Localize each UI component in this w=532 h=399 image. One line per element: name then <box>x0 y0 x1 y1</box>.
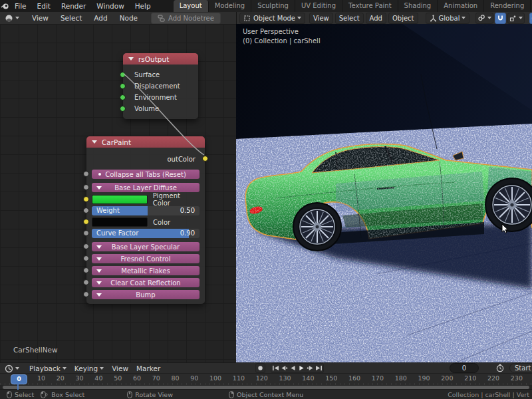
pivot-point-dropdown[interactable] <box>475 13 493 24</box>
socket-bump-tab[interactable] <box>83 291 89 297</box>
tab-rendering[interactable]: Rendering <box>484 0 531 12</box>
node-title: CarPaint <box>102 138 131 146</box>
bump-tab[interactable]: Bump <box>92 290 200 299</box>
frame-tick-labels: 102030 405060 708090 100110120 130140150… <box>37 374 523 382</box>
tab-sculpting[interactable]: Sculpting <box>251 0 295 12</box>
menu-help[interactable]: Help <box>130 0 156 12</box>
socket-collapse[interactable] <box>83 171 89 177</box>
row-base-layer-specular: Base Layer Specular <box>92 242 200 251</box>
metallic-flakes-tab[interactable]: Metallic Flakes <box>92 266 200 275</box>
pigment-color-swatch[interactable] <box>92 195 148 204</box>
tab-shading[interactable]: Shading <box>398 0 438 12</box>
editor-type-dropdown[interactable] <box>3 13 21 23</box>
radio-dot-icon <box>98 173 101 176</box>
socket-surface[interactable] <box>120 72 126 78</box>
menu-view[interactable]: View <box>28 13 53 23</box>
menu-select[interactable]: Select <box>57 13 86 23</box>
curve-factor-slider[interactable]: Curve Factor 0.90 <box>92 229 200 238</box>
playhead[interactable]: 0 <box>11 374 27 384</box>
socket-flakes-tab[interactable] <box>83 267 89 273</box>
timeline-ruler[interactable]: 102030 405060 708090 100110120 130140150… <box>0 373 532 390</box>
socket-specular-tab[interactable] <box>83 243 89 249</box>
socket-color[interactable] <box>83 219 89 225</box>
node-title: rsOutput <box>138 55 169 63</box>
tab-layout[interactable]: Layout <box>174 0 209 12</box>
socket-displacement[interactable] <box>120 83 126 89</box>
base-layer-specular-tab[interactable]: Base Layer Specular <box>92 242 200 251</box>
viewport-3d[interactable]: User Perspective (0) Collection | carShe… <box>236 24 532 362</box>
socket-clearcoat-tab[interactable] <box>83 279 89 285</box>
collapse-all-tabs-button[interactable]: Collapse all Tabs (Reset) <box>92 170 200 179</box>
input-environment: Environment <box>123 92 198 103</box>
menu-object[interactable]: Object <box>388 13 418 24</box>
expand-triangle-icon <box>96 186 102 190</box>
viewport-render <box>236 24 532 362</box>
node-rsoutput-header[interactable]: rsOutput <box>123 53 198 65</box>
collapse-triangle-icon[interactable] <box>92 140 97 144</box>
shader-editor-icon <box>5 14 13 23</box>
marker-menu[interactable]: Marker <box>132 363 164 374</box>
play-button[interactable] <box>297 364 306 372</box>
record-button[interactable] <box>255 363 265 373</box>
viewport-text-overlay: User Perspective (0) Collection | carShe… <box>243 27 321 46</box>
socket-fresnel-tab[interactable] <box>83 255 89 261</box>
snap-target-dropdown[interactable] <box>507 13 525 24</box>
socket-outcolor[interactable] <box>202 156 208 162</box>
menu-add[interactable]: Add <box>90 13 111 23</box>
node-carpaint-header[interactable]: CarPaint <box>86 136 205 148</box>
node-carpaint[interactable]: CarPaint outColor Collapse all Tabs (Res… <box>86 136 205 304</box>
active-object-label: (0) Collection | carShell <box>243 37 321 46</box>
snap-toggle[interactable] <box>495 13 506 24</box>
status-bar: Select Box Select Rotate View Object Con… <box>0 389 532 399</box>
mode-dropdown[interactable]: Object Mode <box>239 13 305 24</box>
prev-keyframe-button[interactable] <box>280 364 289 372</box>
blender-logo-icon[interactable] <box>0 0 9 12</box>
next-keyframe-button[interactable] <box>306 364 315 372</box>
playback-menu[interactable]: Playback <box>25 363 70 374</box>
play-reverse-button[interactable] <box>289 364 297 372</box>
fresnel-control-tab[interactable]: Fresnel Control <box>92 254 200 263</box>
socket-curve-factor[interactable] <box>83 230 89 236</box>
current-frame-field[interactable]: 0 <box>450 363 479 373</box>
tab-modeling[interactable]: Modeling <box>209 0 252 12</box>
start-frame-field[interactable]: Start 1 <box>509 363 532 373</box>
menu-node[interactable]: Node <box>116 13 142 23</box>
transform-orientation-dropdown[interactable]: Global <box>426 13 470 24</box>
tab-uv-editing[interactable]: UV Editing <box>295 0 342 12</box>
timeline-view-menu[interactable]: View <box>108 363 132 374</box>
add-nodetree-button[interactable]: Add Nodetree <box>151 13 221 24</box>
row-pigment-color: Pigment Color <box>92 195 200 204</box>
auto-key-button[interactable] <box>496 364 504 372</box>
jump-to-end-button[interactable] <box>315 364 323 372</box>
tab-animation[interactable]: Animation <box>438 0 484 12</box>
socket-volume[interactable] <box>120 106 126 112</box>
socket-weight[interactable] <box>83 207 89 213</box>
proportional-editing-toggle[interactable] <box>529 13 532 24</box>
keying-menu[interactable]: Keying <box>70 363 108 374</box>
menu-select[interactable]: Select <box>335 13 364 24</box>
weight-slider[interactable]: Weight 0.50 <box>92 206 200 215</box>
base-layer-diffuse-tab[interactable]: Base Layer Diffuse <box>92 183 200 192</box>
menu-file[interactable]: File <box>9 0 32 12</box>
node-editor-canvas[interactable]: rsOutput Surface Displacement Environmen… <box>0 24 236 362</box>
jump-to-start-button[interactable] <box>271 364 280 372</box>
row-curve-factor: Curve Factor 0.90 <box>92 229 200 238</box>
socket-environment[interactable] <box>120 94 126 100</box>
blender-window: File Edit Render Window Help Layout Mode… <box>0 0 532 399</box>
collapse-triangle-icon[interactable] <box>128 57 134 61</box>
rear-wheel <box>293 203 341 251</box>
menu-add[interactable]: Add <box>366 13 386 24</box>
menu-window[interactable]: Window <box>91 0 129 12</box>
mmb-icon <box>127 391 132 398</box>
snap-target-icon <box>509 15 517 22</box>
menu-edit[interactable]: Edit <box>32 0 56 12</box>
socket-pigment-color[interactable] <box>83 196 89 202</box>
node-rsoutput[interactable]: rsOutput Surface Displacement Environmen… <box>123 53 198 119</box>
socket-diffuse-tab[interactable] <box>83 184 89 190</box>
tab-texture-paint[interactable]: Texture Paint <box>342 0 398 12</box>
menu-view[interactable]: View <box>309 13 333 24</box>
menu-render[interactable]: Render <box>56 0 91 12</box>
clear-coat-reflection-tab[interactable]: Clear Coat Reflection <box>92 278 200 287</box>
color-swatch[interactable] <box>92 217 148 227</box>
timeline-editor-dropdown[interactable] <box>3 364 21 374</box>
